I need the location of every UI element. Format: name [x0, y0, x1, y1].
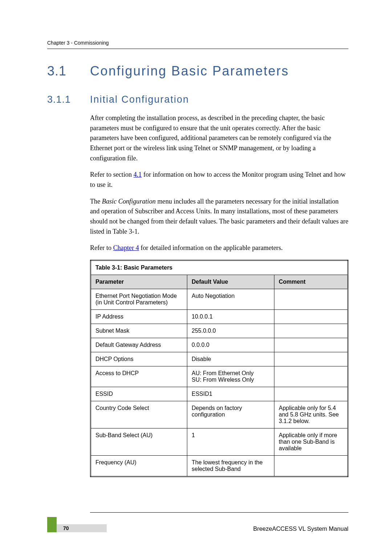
cell-default: Depends on factory configuration: [187, 401, 274, 428]
table-row: Default Gateway Address0.0.0.0: [91, 338, 348, 352]
link-section-4-1[interactable]: 4.1: [134, 171, 142, 178]
cell-default: 10.0.0.1: [187, 309, 274, 324]
table-row: IP Address10.0.0.1: [91, 309, 348, 324]
heading1-title: Configuring Basic Parameters: [90, 63, 289, 79]
section-heading-2: 3.1.1 Initial Configuration: [47, 94, 348, 105]
heading1-number: 3.1: [47, 63, 90, 79]
table-row: Frequency (AU)The lowest frequency in th…: [91, 455, 348, 476]
cell-comment: [274, 366, 348, 387]
text: Refer to section: [90, 171, 134, 178]
cell-default: Disable: [187, 352, 274, 366]
table-row: Access to DHCPAU: From Ethernet Only SU:…: [91, 366, 348, 387]
running-header: Chapter 3 - Commissioning: [47, 40, 348, 49]
table-row: Sub-Band Select (AU)1Applicable only if …: [91, 428, 348, 455]
cell-default: The lowest frequency in the selected Sub…: [187, 455, 274, 476]
table-header-row: Parameter Default Value Comment: [91, 275, 348, 289]
emphasis: Basic Configuration: [102, 198, 156, 205]
page-number: 70: [63, 525, 69, 531]
cell-comment: [274, 338, 348, 352]
paragraph: Refer to Chapter 4 for detailed informat…: [90, 243, 348, 253]
paragraph: After completing the installation proces…: [90, 113, 348, 163]
basic-parameters-table: Table 3-1: Basic Parameters Parameter De…: [90, 260, 348, 477]
cell-comment: [274, 289, 348, 309]
table-row: DHCP OptionsDisable: [91, 352, 348, 366]
cell-default: 255.0.0.0: [187, 324, 274, 338]
cell-parameter: Default Gateway Address: [91, 338, 187, 352]
cell-default: ESSID1: [187, 387, 274, 401]
table-header-parameter: Parameter: [91, 275, 187, 289]
table-row: Country Code SelectDepends on factory co…: [91, 401, 348, 428]
table-row: ESSIDESSID1: [91, 387, 348, 401]
cell-comment: [274, 387, 348, 401]
page-number-box: 70: [57, 524, 107, 532]
cell-comment: Applicable only for 5.4 and 5.8 GHz unit…: [274, 401, 348, 428]
heading2-number: 3.1.1: [47, 94, 90, 105]
cell-parameter: Country Code Select: [91, 401, 187, 428]
cell-parameter: Ethernet Port Negotiation Mode (in Unit …: [91, 289, 187, 309]
section-heading-1: 3.1 Configuring Basic Parameters: [47, 63, 348, 79]
cell-default: Auto Negotiation: [187, 289, 274, 309]
text: The: [90, 198, 102, 205]
heading2-title: Initial Configuration: [90, 94, 189, 105]
cell-default: 1: [187, 428, 274, 455]
table-header-comment: Comment: [274, 275, 348, 289]
table-row: Ethernet Port Negotiation Mode (in Unit …: [91, 289, 348, 309]
cell-default: AU: From Ethernet Only SU: From Wireless…: [187, 366, 274, 387]
cell-parameter: DHCP Options: [91, 352, 187, 366]
table-header-default: Default Value: [187, 275, 274, 289]
cell-default: 0.0.0.0: [187, 338, 274, 352]
cell-parameter: Sub-Band Select (AU): [91, 428, 187, 455]
body-content: After completing the installation proces…: [90, 113, 348, 477]
page-footer: 70 BreezeACCESS VL System Manual: [47, 512, 348, 532]
cell-parameter: Subnet Mask: [91, 324, 187, 338]
cell-comment: [274, 309, 348, 324]
paragraph: Refer to section 4.1 for information on …: [90, 170, 348, 190]
cell-parameter: Frequency (AU): [91, 455, 187, 476]
cell-comment: [274, 324, 348, 338]
cell-parameter: ESSID: [91, 387, 187, 401]
cell-parameter: Access to DHCP: [91, 366, 187, 387]
cell-comment: Applicable only if more than one Sub-Ban…: [274, 428, 348, 455]
cell-comment: [274, 352, 348, 366]
table-row: Subnet Mask255.0.0.0: [91, 324, 348, 338]
paragraph: The Basic Configuration menu includes al…: [90, 197, 348, 237]
text: Refer to: [90, 244, 113, 251]
table-caption: Table 3-1: Basic Parameters: [91, 260, 348, 275]
text: for detailed information on the applicab…: [139, 244, 283, 251]
cell-parameter: IP Address: [91, 309, 187, 324]
footer-accent-box: [47, 517, 57, 532]
footer-rule: [90, 512, 348, 513]
link-chapter-4[interactable]: Chapter 4: [113, 244, 139, 251]
table-caption-row: Table 3-1: Basic Parameters: [91, 260, 348, 275]
cell-comment: [274, 455, 348, 476]
footer-manual-title: BreezeACCESS VL System Manual: [107, 525, 348, 532]
